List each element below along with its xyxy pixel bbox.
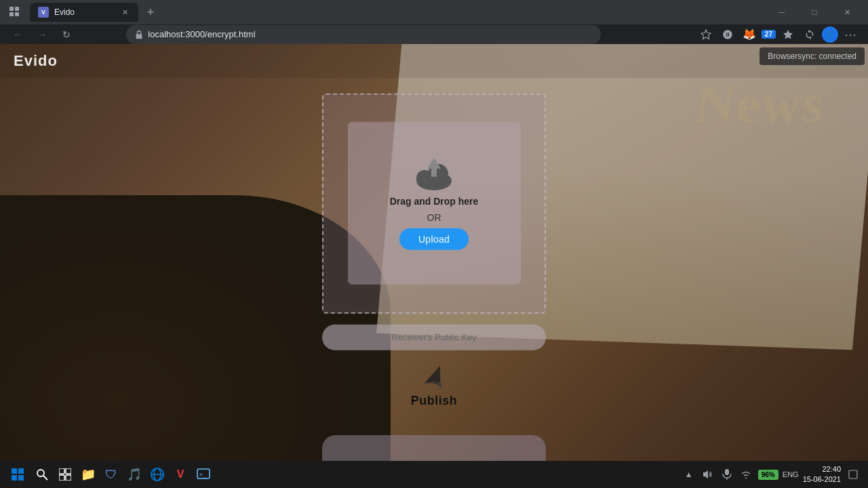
fox-extension-icon[interactable]: 🦊	[740, 25, 759, 44]
svg-rect-12	[12, 468, 17, 474]
svg-rect-3	[15, 12, 19, 16]
maximize-button[interactable]: □	[799, 0, 830, 24]
page-content: Evido Browsersync: connected	[0, 44, 868, 488]
clock-time: 22:40	[803, 464, 841, 474]
publish-section: Publish	[322, 363, 546, 407]
menu-button[interactable]: ⋯	[841, 25, 860, 44]
url-box[interactable]: localhost:3000/encrypt.html	[126, 25, 601, 44]
svg-text:>_: >_	[199, 472, 206, 478]
taskbar: 📁 🛡 🎵 V >_ ▲	[0, 461, 868, 488]
svg-rect-2	[9, 12, 14, 16]
drop-zone-outer[interactable]: Drag and Drop here OR Upload	[322, 93, 546, 313]
taskbar-security-icon[interactable]: 🛡	[100, 464, 122, 485]
upload-container: Drag and Drop here OR Upload	[322, 93, 546, 407]
address-bar: ← → ↻ localhost:3000/encrypt.html 🦊 27	[0, 24, 868, 44]
taskbar-terminal-icon[interactable]: >_	[193, 464, 214, 485]
upload-cloud-icon	[412, 157, 456, 190]
tab-title: Evido	[54, 7, 114, 17]
tray-lang-icon[interactable]: ENG	[784, 468, 797, 481]
taskbar-tray: ▲ 96% ENG 22	[682, 464, 863, 485]
new-tab-button[interactable]: +	[141, 3, 160, 22]
app-logo: Evido	[14, 52, 58, 70]
bottom-partial-element	[322, 435, 546, 461]
profile-button[interactable]: 👤	[822, 26, 838, 43]
clock-date: 15-06-2021	[803, 474, 841, 485]
taskbar-explorer-icon[interactable]: 📁	[77, 464, 99, 485]
bookmark-star-button[interactable]	[696, 25, 715, 44]
svg-rect-14	[12, 475, 17, 481]
active-tab[interactable]: V Evido ✕	[30, 3, 138, 22]
drop-zone-inner[interactable]: Drag and Drop here OR Upload	[348, 122, 521, 285]
svg-rect-20	[59, 475, 64, 481]
app-navbar: Evido	[0, 44, 868, 78]
minimize-button[interactable]: ─	[766, 0, 797, 24]
taskbar-search-button[interactable]	[31, 464, 53, 485]
tray-up-arrow[interactable]: ▲	[682, 468, 696, 481]
svg-marker-27	[703, 470, 708, 479]
publish-label[interactable]: Publish	[411, 393, 458, 407]
taskbar-clock[interactable]: 22:40 15-06-2021	[803, 464, 841, 485]
show-desktop-button[interactable]	[846, 468, 860, 481]
taskbar-vivaldi-icon[interactable]: V	[170, 464, 191, 485]
close-button[interactable]: ✕	[831, 0, 863, 24]
extensions-button[interactable]	[718, 25, 737, 44]
drag-drop-text: Drag and Drop here	[390, 196, 479, 207]
svg-line-17	[43, 476, 47, 480]
start-button[interactable]	[5, 462, 30, 487]
svg-rect-28	[725, 469, 729, 475]
public-key-input[interactable]	[322, 324, 546, 350]
upload-button[interactable]: Upload	[399, 228, 469, 250]
svg-rect-18	[59, 468, 64, 474]
window-controls: ─ □ ✕	[766, 0, 863, 24]
svg-rect-21	[66, 475, 71, 481]
svg-rect-30	[849, 470, 857, 479]
svg-marker-9	[421, 365, 447, 388]
tab-favicon: V	[38, 7, 49, 18]
publish-icon[interactable]	[420, 363, 448, 390]
back-button[interactable]: ←	[8, 25, 27, 44]
browser-chrome: V Evido ✕ + ─ □ ✕ ← → ↻ localhost:3000/e…	[0, 0, 868, 44]
or-text: OR	[427, 212, 441, 223]
extension-badge[interactable]: 27	[762, 30, 776, 39]
sync-button[interactable]	[800, 25, 819, 44]
svg-rect-4	[136, 34, 142, 39]
forward-button[interactable]: →	[33, 25, 52, 44]
taskbar-taskview-button[interactable]	[54, 464, 76, 485]
browser-grid-icon[interactable]	[5, 3, 24, 22]
taskbar-media-icon[interactable]: 🎵	[123, 464, 145, 485]
browsersync-badge: Browsersync: connected	[760, 47, 865, 65]
lock-icon	[134, 30, 144, 39]
svg-point-16	[37, 470, 44, 476]
browser-actions: 🦊 27 👤 ⋯	[696, 25, 860, 44]
taskbar-browser-icon[interactable]	[146, 464, 168, 485]
bookmarks-button[interactable]	[778, 25, 797, 44]
tray-network-icon[interactable]	[739, 468, 753, 481]
tray-speaker-icon[interactable]	[701, 468, 715, 481]
svg-rect-13	[18, 468, 24, 474]
svg-rect-1	[15, 7, 19, 11]
reload-button[interactable]: ↻	[57, 25, 76, 44]
tray-mic-icon[interactable]	[720, 468, 734, 481]
svg-rect-15	[18, 475, 24, 481]
url-text: localhost:3000/encrypt.html	[148, 29, 593, 39]
tab-close-button[interactable]: ✕	[119, 7, 130, 18]
svg-rect-0	[9, 7, 14, 11]
tab-bar: V Evido ✕ + ─ □ ✕	[0, 0, 868, 24]
svg-rect-19	[66, 468, 71, 474]
battery-indicator[interactable]: 96%	[758, 470, 778, 480]
